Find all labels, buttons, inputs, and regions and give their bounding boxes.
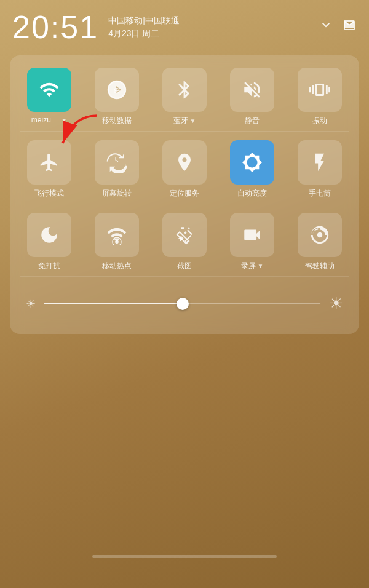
- mute-button[interactable]: [230, 68, 274, 112]
- bluetooth-button[interactable]: [162, 68, 207, 112]
- rotate-label: 屏幕旋转: [102, 188, 132, 199]
- location-button[interactable]: [162, 140, 207, 185]
- qs-row-2: 飞行模式 屏幕旋转 定位服务 自动亮度 手电筒: [20, 140, 349, 199]
- status-icons: [319, 18, 357, 36]
- qs-item-flashlight[interactable]: 手电筒: [290, 140, 349, 199]
- dnd-label: 免打扰: [38, 261, 60, 271]
- qs-item-mute[interactable]: 静音: [223, 68, 282, 126]
- wifi-button[interactable]: [27, 68, 71, 112]
- auto-brightness-button[interactable]: [230, 140, 274, 185]
- qs-row-1: meizu__ ▼ ⊕ 移动数据 蓝牙 ▼ 静音: [20, 68, 349, 126]
- flashlight-label: 手电筒: [309, 188, 331, 199]
- status-bar: 20:51 中国移动|中国联通 4月23日 周二: [0, 0, 369, 49]
- inbox-icon[interactable]: [342, 18, 357, 36]
- brightness-max-icon: ☀: [329, 294, 343, 313]
- mobile-data-label: 移动数据: [102, 116, 132, 126]
- qs-item-vibrate[interactable]: 振动: [290, 68, 349, 126]
- quick-settings-panel: meizu__ ▼ ⊕ 移动数据 蓝牙 ▼ 静音: [10, 55, 359, 334]
- auto-brightness-label: 自动亮度: [237, 188, 267, 199]
- bluetooth-label: 蓝牙 ▼: [173, 116, 196, 126]
- location-label: 定位服务: [170, 188, 199, 199]
- screenrecord-button[interactable]: [230, 213, 274, 257]
- qs-item-screenrecord[interactable]: 录屏 ▼: [223, 213, 282, 271]
- vibrate-button[interactable]: [298, 68, 342, 112]
- qs-item-rotate[interactable]: 屏幕旋转: [87, 140, 146, 199]
- brightness-row: ☀ ☀: [20, 285, 349, 322]
- divider-1: [20, 131, 349, 132]
- carrier-info: 中国移动|中国联通 4月23日 周二: [108, 14, 180, 40]
- qs-item-dnd[interactable]: 免打扰: [20, 213, 79, 271]
- qs-item-wifi[interactable]: meizu__ ▼: [20, 68, 79, 126]
- qs-item-drive-assist[interactable]: 驾驶辅助: [290, 213, 349, 271]
- qs-item-auto-brightness[interactable]: 自动亮度: [223, 140, 282, 199]
- svg-text:⊕: ⊕: [113, 85, 121, 95]
- clock: 20:51: [12, 11, 98, 43]
- qs-row-3: 免打扰 移动热点 截图 录屏 ▼: [20, 213, 349, 271]
- date-text: 4月23日 周二: [108, 27, 180, 40]
- divider-3: [20, 276, 349, 277]
- brightness-thumb[interactable]: [177, 298, 189, 310]
- hotspot-label: 移动热点: [102, 261, 132, 271]
- screenshot-label: 截图: [177, 261, 192, 271]
- brightness-min-icon: ☀: [26, 297, 36, 311]
- rotate-button[interactable]: [95, 140, 139, 185]
- hotspot-button[interactable]: [95, 213, 139, 257]
- dnd-button[interactable]: [27, 213, 71, 257]
- drive-assist-button[interactable]: [298, 213, 342, 257]
- qs-item-bluetooth[interactable]: 蓝牙 ▼: [155, 68, 214, 126]
- mobile-data-button[interactable]: ⊕: [95, 68, 139, 112]
- brightness-fill: [44, 303, 183, 304]
- qs-item-screenshot[interactable]: 截图: [155, 213, 214, 271]
- qs-item-mobile-data[interactable]: ⊕ 移动数据: [87, 68, 146, 126]
- qs-item-hotspot[interactable]: 移动热点: [87, 213, 146, 271]
- drive-assist-label: 驾驶辅助: [305, 261, 335, 271]
- bottom-bar: [92, 555, 277, 558]
- qs-item-location[interactable]: 定位服务: [155, 140, 214, 199]
- flashlight-button[interactable]: [298, 140, 342, 185]
- vibrate-label: 振动: [312, 116, 327, 126]
- carrier-text: 中国移动|中国联通: [108, 14, 180, 27]
- wifi-label: meizu__ ▼: [31, 116, 67, 124]
- qs-item-airplane[interactable]: 飞行模式: [20, 140, 79, 199]
- airplane-label: 飞行模式: [34, 188, 64, 199]
- airplane-button[interactable]: [27, 140, 71, 185]
- brightness-slider[interactable]: [44, 303, 320, 304]
- dropdown-icon[interactable]: [319, 18, 333, 36]
- screenshot-button[interactable]: [162, 213, 207, 257]
- svg-point-3: [115, 240, 119, 244]
- divider-2: [20, 204, 349, 204]
- mute-label: 静音: [245, 116, 260, 126]
- screenrecord-label: 录屏 ▼: [241, 261, 264, 271]
- bottom-area: [0, 352, 369, 564]
